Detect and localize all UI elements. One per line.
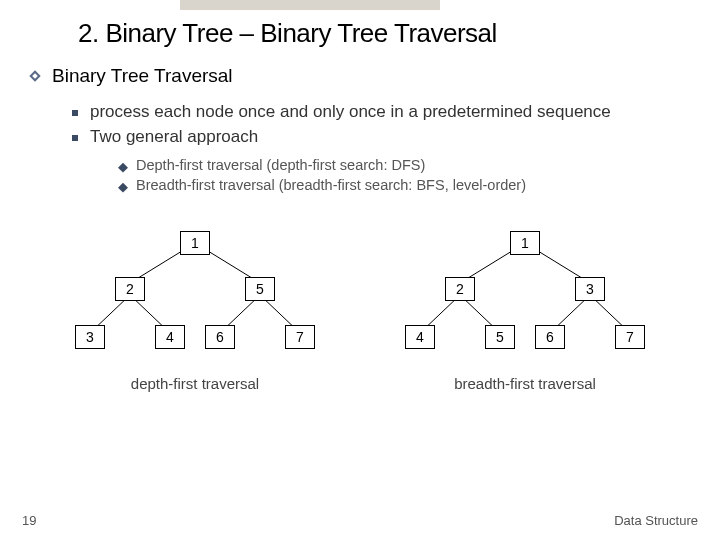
footer-label: Data Structure [614, 513, 698, 528]
subtitle-row: Binary Tree Traversal [0, 53, 720, 93]
square-bullet-icon [72, 110, 78, 116]
captions-row: depth-first traversal breadth-first trav… [0, 371, 720, 392]
tree-breadth-first: 1 2 3 4 5 6 7 [375, 221, 675, 371]
bullet-item: Two general approach [72, 126, 720, 149]
tree-node: 4 [405, 325, 435, 349]
sub-bullet-item: ◆ Breadth-first traversal (breadth-first… [118, 177, 720, 194]
bullet-list: process each node once and only once in … [0, 93, 720, 149]
tree-node: 2 [115, 277, 145, 301]
tree-node: 2 [445, 277, 475, 301]
tree-caption-dfs: depth-first traversal [45, 375, 345, 392]
tree-node: 7 [615, 325, 645, 349]
tree-depth-first: 1 2 5 3 4 6 7 [45, 221, 345, 371]
tree-node: 1 [510, 231, 540, 255]
tree-node: 4 [155, 325, 185, 349]
tree-node: 6 [535, 325, 565, 349]
arrow-bullet-icon: ◆ [118, 179, 128, 194]
tree-node: 5 [485, 325, 515, 349]
tree-node: 3 [575, 277, 605, 301]
subtitle: Binary Tree Traversal [52, 65, 233, 87]
sub-bullet-item: ◆ Depth-first traversal (depth-first sea… [118, 157, 720, 174]
tree-node: 6 [205, 325, 235, 349]
sub-bullet-text: Depth-first traversal (depth-first searc… [136, 157, 425, 173]
square-bullet-icon [72, 135, 78, 141]
tree-node: 7 [285, 325, 315, 349]
bullet-text: Two general approach [90, 126, 258, 149]
arrow-bullet-icon: ◆ [118, 159, 128, 174]
bullet-item: process each node once and only once in … [72, 101, 720, 124]
decorative-bar [180, 0, 440, 10]
diamond-icon [28, 69, 42, 83]
tree-node: 3 [75, 325, 105, 349]
bullet-text: process each node once and only once in … [90, 101, 611, 124]
sub-bullet-text: Breadth-first traversal (breadth-first s… [136, 177, 526, 193]
tree-node: 1 [180, 231, 210, 255]
page-number: 19 [22, 513, 36, 528]
trees-row: 1 2 5 3 4 6 7 1 2 3 4 5 6 7 [0, 197, 720, 371]
tree-node: 5 [245, 277, 275, 301]
sub-bullet-list: ◆ Depth-first traversal (depth-first sea… [0, 151, 720, 194]
tree-caption-bfs: breadth-first traversal [375, 375, 675, 392]
